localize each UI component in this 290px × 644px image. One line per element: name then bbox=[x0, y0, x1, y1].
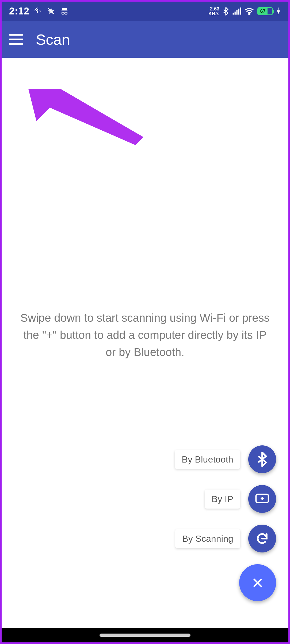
battery-level: 67 bbox=[258, 8, 268, 14]
location-off-icon bbox=[47, 7, 55, 15]
close-icon bbox=[252, 577, 264, 589]
network-speed-top: 2.63 bbox=[208, 6, 219, 11]
svg-point-2 bbox=[65, 12, 67, 14]
annotation-arrow-icon bbox=[28, 89, 146, 164]
network-speed-bottom: KB/s bbox=[208, 11, 219, 16]
fab-row-scanning: By Scanning bbox=[175, 525, 276, 552]
svg-rect-8 bbox=[240, 7, 241, 15]
fab-scanning-button[interactable] bbox=[248, 525, 276, 552]
app-bar: Scan bbox=[2, 21, 288, 58]
fab-ip-button[interactable] bbox=[248, 485, 276, 513]
empty-state-hint: Swipe down to start scanning using Wi-Fi… bbox=[2, 309, 288, 361]
fab-row-main bbox=[239, 564, 276, 601]
svg-point-1 bbox=[62, 12, 64, 14]
bluetooth-status-icon bbox=[223, 7, 229, 16]
content-area[interactable]: Swipe down to start scanning using Wi-Fi… bbox=[2, 59, 288, 628]
status-left: 2:12 bbox=[9, 6, 69, 17]
fab-scanning-label[interactable]: By Scanning bbox=[175, 529, 240, 548]
menu-button[interactable] bbox=[9, 34, 23, 45]
svg-point-9 bbox=[249, 13, 250, 15]
fab-row-ip: By IP bbox=[205, 485, 276, 513]
fab-row-bluetooth: By Bluetooth bbox=[175, 445, 276, 473]
incognito-icon bbox=[60, 7, 69, 15]
add-monitor-icon bbox=[255, 493, 269, 505]
battery-icon: 67 bbox=[257, 7, 273, 15]
fab-bluetooth-button[interactable] bbox=[248, 445, 276, 473]
fingerprint-icon bbox=[34, 7, 42, 15]
device-frame: 2:12 2.63 KB/s bbox=[0, 0, 290, 644]
svg-rect-6 bbox=[236, 10, 238, 15]
status-bar: 2:12 2.63 KB/s bbox=[2, 2, 288, 21]
gesture-handle[interactable] bbox=[100, 634, 190, 637]
fab-close-button[interactable] bbox=[239, 564, 276, 601]
charging-icon bbox=[276, 7, 281, 15]
fab-stack: By Bluetooth By IP By Scanning bbox=[175, 445, 276, 601]
svg-rect-7 bbox=[238, 9, 239, 14]
page-title: Scan bbox=[36, 31, 70, 48]
cellular-signal-icon bbox=[232, 7, 241, 15]
bluetooth-icon bbox=[256, 452, 268, 467]
system-nav-bar bbox=[2, 628, 288, 642]
fab-ip-label[interactable]: By IP bbox=[205, 490, 240, 509]
wifi-icon bbox=[245, 7, 254, 15]
svg-rect-5 bbox=[235, 12, 236, 14]
refresh-icon bbox=[255, 532, 269, 545]
status-clock: 2:12 bbox=[9, 6, 29, 17]
svg-rect-4 bbox=[233, 13, 234, 15]
fab-bluetooth-label[interactable]: By Bluetooth bbox=[175, 450, 240, 469]
status-right: 2.63 KB/s 67 bbox=[208, 6, 281, 16]
svg-marker-10 bbox=[28, 89, 143, 145]
network-speed: 2.63 KB/s bbox=[208, 6, 219, 16]
